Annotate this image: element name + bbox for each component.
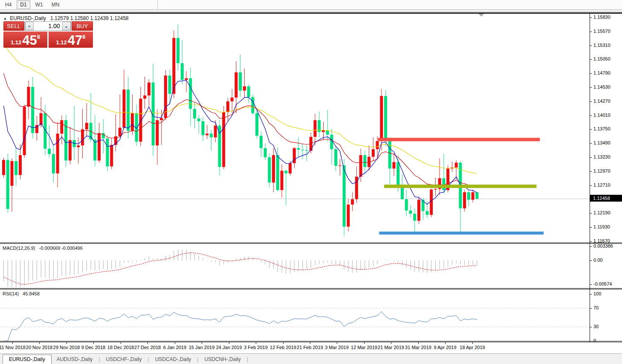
price-tick-mark: [590, 17, 592, 18]
bear-candle: [467, 192, 470, 200]
date-tick-mark: [337, 342, 337, 344]
bull-candle: [226, 101, 229, 112]
bear-candle: [189, 78, 192, 109]
macd-tick-label: -0.00574: [593, 281, 612, 286]
price-tick-mark: [590, 185, 592, 186]
bull-candle: [139, 98, 142, 142]
price-tick-mark: [590, 59, 592, 60]
bear-candle: [305, 150, 308, 151]
bear-candle: [64, 120, 67, 161]
chart-window: 1.158301.155701.153101.150501.147901.145…: [0, 13, 622, 353]
bull-candle: [393, 162, 396, 168]
bear-candle: [334, 149, 337, 166]
bear-candle: [48, 149, 51, 154]
date-tick-label: 9 Dec 2018: [81, 345, 105, 350]
bull-candle: [380, 96, 383, 141]
volume-input[interactable]: [34, 22, 62, 30]
bull-candle: [417, 200, 420, 221]
bear-candle: [343, 165, 346, 227]
bull-candle: [156, 120, 159, 145]
volume-decrease-icon[interactable]: ▾: [25, 22, 34, 30]
date-tick-label: 18 Dec 2018: [107, 345, 134, 350]
price-tick-label: 1.12970: [593, 168, 610, 173]
chart-tab-usdcnh[interactable]: USDCNH-,Daily: [199, 355, 246, 364]
chart-tab-eurusd[interactable]: EURUSD-,Daily: [3, 355, 52, 364]
collapse-icon[interactable]: ▲: [3, 17, 7, 20]
bull-candle: [231, 98, 234, 101]
bear-candle: [284, 171, 287, 173]
bull-candle: [143, 95, 146, 99]
bull-candle: [60, 120, 63, 134]
bull-candle: [81, 129, 84, 145]
timeframe-button-mn[interactable]: MN: [48, 0, 63, 9]
rsi-tick-mark: [590, 327, 592, 327]
bull-candle: [40, 113, 43, 125]
macd-tick-label: 0.00: [593, 257, 602, 263]
price-tick-mark: [590, 73, 592, 74]
bull-candle: [19, 155, 22, 175]
rsi-panel[interactable]: [0, 289, 590, 341]
timeframe-button-d1[interactable]: D1: [17, 0, 30, 9]
price-axis[interactable]: 1.158301.155701.153101.150501.147901.145…: [590, 13, 622, 342]
sell-price-pip: 8: [37, 31, 40, 43]
toolbar-separator: [157, 0, 158, 9]
bear-candle: [210, 133, 213, 137]
chart-tab-usdcad[interactable]: USDCAD-,Daily: [150, 355, 197, 364]
macd-panel[interactable]: [0, 244, 590, 288]
bear-candle: [102, 133, 105, 139]
date-axis[interactable]: 11 Nov 201820 Nov 201829 Nov 20189 Dec 2…: [0, 342, 622, 353]
bear-candle: [401, 188, 404, 199]
bull-candle: [472, 192, 474, 200]
bear-candle: [193, 109, 196, 118]
rsi-tick-mark: [590, 294, 592, 295]
date-tick-mark: [310, 342, 310, 344]
bull-candle: [119, 128, 122, 136]
price-tick-mark: [590, 157, 592, 158]
volume-increase-icon[interactable]: ▴: [62, 22, 71, 30]
bear-candle: [255, 113, 258, 136]
bull-candle: [27, 87, 30, 107]
chart-tab-usdchf[interactable]: USDCHF-,Daily: [101, 355, 147, 364]
bear-candle: [127, 90, 130, 131]
chart-tab-audusd[interactable]: AUDUSD-,Daily: [52, 355, 98, 364]
price-tick-mark: [590, 101, 592, 102]
bull-candle: [185, 78, 188, 80]
bull-candle: [98, 133, 101, 160]
price-tick-label: 1.11930: [593, 224, 610, 229]
price-tick-mark: [590, 213, 592, 214]
macd-tick-mark: [590, 284, 592, 285]
rsi-indicator-label: RSI(14) 45.8458: [3, 291, 40, 296]
macd-indicator-label: MACD(12,26,9) -0.000669 -0.000496: [3, 246, 83, 251]
rsi-tick-mark: [590, 308, 592, 309]
bull-candle: [281, 171, 284, 190]
bull-candle: [376, 141, 379, 149]
bear-candle: [268, 157, 271, 182]
date-tick-mark: [283, 342, 284, 344]
timeframe-button-h4[interactable]: H4: [2, 0, 15, 9]
timeframe-button-w1[interactable]: W1: [32, 0, 46, 9]
bear-candle: [202, 121, 205, 135]
autoscroll-triangle-icon[interactable]: [478, 14, 484, 17]
bear-candle: [297, 148, 300, 150]
chart-tab-bar: EURUSD-,DailyAUDUSD-,Daily|USDCHF-,Daily…: [0, 353, 622, 364]
price-tick-mark: [590, 116, 592, 116]
date-tick-mark: [202, 342, 202, 344]
sell-price-display[interactable]: 1.12458: [3, 32, 47, 48]
bull-candle: [322, 130, 325, 132]
date-tick-mark: [229, 342, 229, 344]
bull-candle: [23, 107, 26, 155]
price-tick-label: 1.14790: [593, 70, 610, 75]
price-tick-label: 1.11670: [593, 238, 610, 243]
buy-price-display[interactable]: 1.12476: [49, 32, 93, 48]
bull-candle: [160, 118, 163, 120]
date-tick-label: 9 Apr 2019: [434, 345, 456, 350]
sell-button[interactable]: SELL: [3, 21, 24, 31]
tab-separator: |: [196, 356, 199, 362]
date-tick-label: 20 Nov 2018: [26, 345, 52, 350]
buy-button[interactable]: BUY: [72, 21, 93, 31]
tab-separator: |: [147, 356, 150, 362]
volume-box: ▾ ▴: [25, 21, 71, 31]
price-tick-label: 1.15830: [593, 14, 610, 20]
tab-separator: |: [98, 356, 101, 362]
price-tick-mark: [590, 32, 592, 32]
